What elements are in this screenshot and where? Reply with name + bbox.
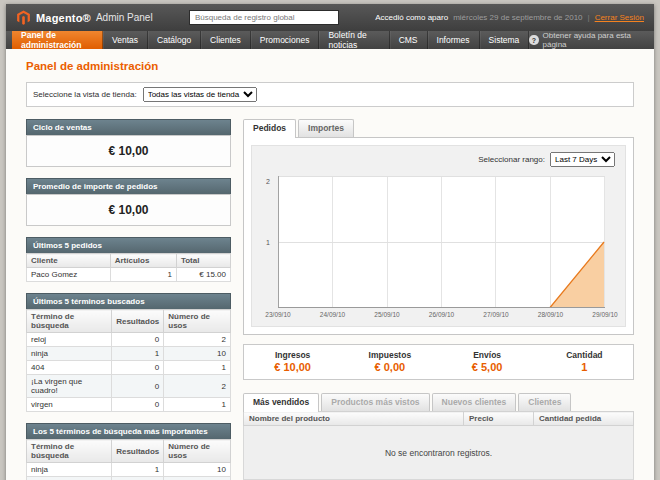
nav-item-boletin-de-noticias[interactable]: Boletín de noticias [319, 31, 389, 49]
range-label: Seleccionar rango: [478, 155, 545, 164]
table-cell: ninja [27, 347, 112, 361]
table-header-row: Nombre del productoPrecioCantidad pedida [244, 412, 634, 426]
column-header: Resultados [112, 310, 164, 333]
y-tick-label: 1 [266, 239, 270, 246]
sales-cycle-value: € 10,00 [26, 135, 231, 167]
table-cell: 1 [112, 463, 164, 477]
table-cell: 0 [112, 375, 164, 398]
bottom-tabs: Más vendidosProductos más vistosNuevos c… [243, 393, 634, 411]
nav-item-promociones[interactable]: Promociones [251, 31, 320, 49]
brand-link[interactable]: Magento® Admin Panel [16, 10, 153, 25]
nav-item-catalogo[interactable]: Catálogo [148, 31, 201, 49]
table-row[interactable]: virgen01 [27, 398, 231, 412]
column-header: Artículos [110, 254, 176, 268]
right-column: PedidosImportes Seleccionar rango: Last … [243, 119, 634, 480]
help-icon: ? [529, 35, 538, 45]
page-title: Panel de administración [26, 60, 634, 72]
tab-clientes[interactable]: Clientes [518, 393, 571, 411]
column-header: Número de usos [164, 310, 231, 333]
table-cell: ninja [27, 463, 112, 477]
totals-row: Ingresos€ 10,00Impuestos€ 0,00Envíos€ 5,… [243, 344, 634, 380]
chart-plot: 12 [278, 176, 605, 308]
table-row[interactable]: ¡La virgen que cuadro!02 [27, 375, 231, 398]
top-search-box: Los 5 términos de búsqueda más important… [26, 423, 231, 480]
table-cell: 10 [164, 463, 231, 477]
table-cell: 2 [164, 477, 231, 480]
table-cell: 1 [164, 361, 231, 375]
table-cell: 0 [112, 333, 164, 347]
dashboard-tabs: PedidosImportes [243, 119, 634, 137]
nav-item-informes[interactable]: Informes [428, 31, 480, 49]
table-row[interactable]: reloj02 [27, 477, 231, 480]
logout-link[interactable]: Cerrar Sesión [595, 13, 644, 22]
last-search-title: Últimos 5 términos buscados [26, 293, 231, 309]
help-link[interactable]: ? Obtener ayuda para esta página [529, 31, 648, 49]
last-orders-table: ClienteArtículosTotal Paco Gomez1€ 15.00 [26, 253, 231, 282]
dashboard-columns: Ciclo de ventas € 10,00 Promedio de impo… [26, 119, 634, 480]
last-orders-box: Últimos 5 pedidos ClienteArtículosTotal … [26, 237, 231, 282]
table-cell: reloj [27, 333, 112, 347]
x-tick-label: 26/09/10 [429, 311, 454, 318]
table-cell: 404 [27, 361, 112, 375]
table-cell: Paco Gomez [27, 268, 111, 282]
table-row[interactable]: reloj02 [27, 333, 231, 347]
table-header-row: ClienteArtículosTotal [27, 254, 231, 268]
column-header: Nombre del producto [244, 412, 464, 426]
nav-item-cms[interactable]: CMS [390, 31, 428, 49]
brand-name: Magento® [36, 12, 91, 24]
total-envios: Envíos€ 5,00 [439, 350, 536, 373]
tab-productos-mas-vistos[interactable]: Productos más vistos [321, 393, 429, 411]
nav-item-panel-de-administracion[interactable]: Panel de administración [12, 31, 103, 49]
column-header: Término de búsqueda [27, 310, 112, 333]
chart-wrap: Seleccionar rango: Last 7 Days 12 23/09/… [251, 145, 626, 327]
orders-panel: Seleccionar rango: Last 7 Days 12 23/09/… [243, 137, 634, 335]
nav-item-sistema[interactable]: Sistema [480, 31, 530, 49]
store-view-select[interactable]: Todas las vistas de tienda [143, 87, 257, 102]
nav-items: Panel de administraciónVentasCatálogoCli… [12, 31, 529, 49]
table-row[interactable]: 40401 [27, 361, 231, 375]
chart-xlabels: 23/09/1024/09/1025/09/1026/09/1027/09/10… [278, 311, 605, 322]
store-view-label: Seleccione la vista de tienda: [33, 90, 137, 99]
tab-importes[interactable]: Importes [298, 119, 354, 137]
total-value: € 0,00 [341, 361, 438, 373]
total-label: Envíos [439, 350, 536, 360]
avg-order-value: € 10,00 [26, 194, 231, 226]
nav-item-clientes[interactable]: Clientes [201, 31, 251, 49]
tab-nuevos-clientes[interactable]: Nuevos clientes [432, 393, 517, 411]
empty-message: No se encontraron registros. [244, 426, 634, 480]
products-table: Nombre del productoPrecioCantidad pedida… [243, 411, 634, 480]
x-tick-label: 28/09/10 [538, 311, 563, 318]
separator: | [588, 13, 590, 22]
table-row[interactable]: Paco Gomez1€ 15.00 [27, 268, 231, 282]
logged-in-as: Accedió como aparo [375, 13, 448, 22]
empty-row: No se encontraron registros. [244, 426, 634, 480]
column-header: Término de búsqueda [27, 440, 112, 463]
table-cell: 1 [112, 347, 164, 361]
column-header: Resultados [112, 440, 164, 463]
magento-logo-icon [16, 10, 31, 25]
table-cell: 10 [164, 347, 231, 361]
tab-pedidos[interactable]: Pedidos [243, 119, 296, 138]
x-tick-label: 23/09/10 [265, 311, 290, 318]
store-view-bar: Seleccione la vista de tienda: Todas las… [26, 82, 634, 107]
total-value: € 10,00 [244, 361, 341, 373]
total-impuestos: Impuestos€ 0,00 [341, 350, 438, 373]
range-bar: Seleccionar rango: Last 7 Days [260, 150, 617, 174]
total-label: Cantidad [536, 350, 633, 360]
range-select[interactable]: Last 7 Days [550, 152, 615, 167]
table-row[interactable]: ninja110 [27, 347, 231, 361]
table-cell: 2 [164, 375, 231, 398]
table-cell: 2 [164, 333, 231, 347]
table-row[interactable]: ninja110 [27, 463, 231, 477]
x-tick-label: 25/09/10 [374, 311, 399, 318]
admin-page: Magento® Admin Panel Accedió como aparo … [6, 4, 654, 480]
table-cell: 0 [112, 398, 164, 412]
nav-item-ventas[interactable]: Ventas [103, 31, 148, 49]
tab-mas-vendidos[interactable]: Más vendidos [243, 393, 319, 412]
table-cell: 0 [112, 361, 164, 375]
table-cell: ¡La virgen que cuadro! [27, 375, 112, 398]
column-header: Precio [464, 412, 534, 426]
x-tick-label: 24/09/10 [320, 311, 345, 318]
global-search-input[interactable] [189, 10, 339, 25]
table-header-row: Término de búsquedaResultadosNúmero de u… [27, 440, 231, 463]
